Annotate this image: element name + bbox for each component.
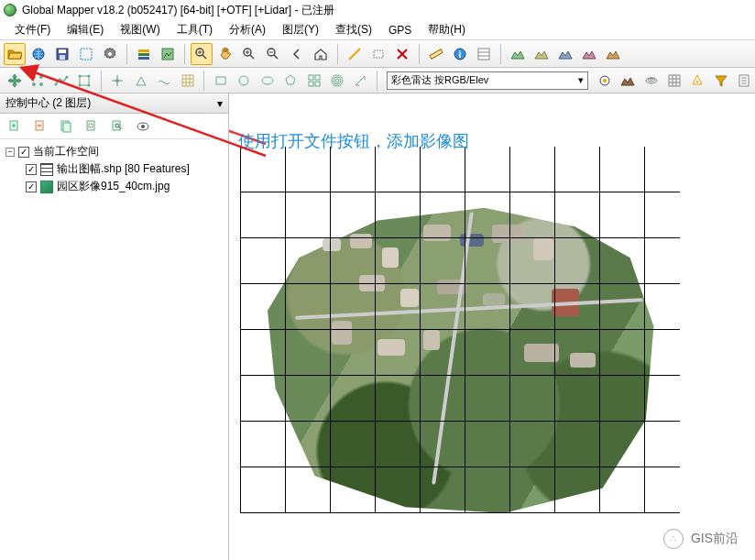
map-button[interactable] xyxy=(157,43,179,65)
svg-rect-2 xyxy=(59,49,66,53)
menu-file[interactable]: 文件(F) xyxy=(7,20,58,39)
menu-help[interactable]: 帮助(H) xyxy=(421,20,473,39)
tree-root[interactable]: − ✓ 当前工作空间 xyxy=(5,143,223,160)
digitize-poly-button[interactable] xyxy=(73,70,94,92)
svg-point-32 xyxy=(54,82,57,85)
back-button[interactable] xyxy=(286,43,308,65)
tree-layer-2[interactable]: ✓ 园区影像915_40cm.jpg xyxy=(5,178,223,195)
layers-button[interactable] xyxy=(133,43,155,65)
select-button[interactable] xyxy=(75,43,97,65)
analysis-grid-button[interactable] xyxy=(663,70,684,92)
draw-rect-button[interactable] xyxy=(367,43,389,65)
shape-grid-button[interactable] xyxy=(303,70,324,92)
menu-tools[interactable]: 工具(T) xyxy=(170,20,220,39)
panel-copy-button[interactable] xyxy=(55,115,77,137)
shape-ellipse-button[interactable] xyxy=(257,70,278,92)
terrain-1-button[interactable] xyxy=(507,43,529,65)
shader-combo-value: 彩色雷达 按RGB/Elev xyxy=(391,73,488,87)
attribute-button[interactable] xyxy=(473,43,495,65)
svg-point-29 xyxy=(39,75,43,79)
terrain-3-button[interactable] xyxy=(554,43,576,65)
edit-trace-button[interactable] xyxy=(153,70,174,92)
digitize-line-button[interactable] xyxy=(50,70,71,92)
watermark-text: GIS前沿 xyxy=(691,531,739,547)
map-canvas[interactable]: 使用打开文件按钮，添加影像图 xyxy=(229,93,755,560)
panel-zoom-button[interactable] xyxy=(106,115,128,137)
menu-layer[interactable]: 图层(Y) xyxy=(275,20,326,39)
svg-point-51 xyxy=(335,79,339,82)
svg-line-15 xyxy=(250,55,254,59)
shape-circle-button[interactable] xyxy=(234,70,255,92)
expander-icon[interactable]: − xyxy=(5,148,15,157)
shape-cogo-button[interactable] xyxy=(350,70,371,92)
svg-point-37 xyxy=(78,83,81,86)
svg-rect-69 xyxy=(87,121,94,130)
svg-point-45 xyxy=(239,76,248,85)
open-file-button[interactable] xyxy=(4,43,26,65)
checkbox[interactable]: ✓ xyxy=(26,164,37,175)
globe-button[interactable] xyxy=(27,43,49,65)
zoom-tool-button[interactable] xyxy=(191,43,213,65)
pan-button[interactable] xyxy=(214,43,236,65)
checkbox[interactable]: ✓ xyxy=(18,147,29,158)
panel-add-button[interactable] xyxy=(4,115,26,137)
digitize-move-button[interactable] xyxy=(4,70,25,92)
shape-rect-button[interactable] xyxy=(210,70,231,92)
analysis-filter-button[interactable] xyxy=(710,70,731,92)
edit-vertex-button[interactable] xyxy=(107,70,128,92)
terrain-4-button[interactable] xyxy=(578,43,600,65)
measure-button[interactable] xyxy=(425,43,447,65)
panel-visibility-button[interactable] xyxy=(132,115,154,137)
digitize-point-button[interactable] xyxy=(27,70,48,92)
analysis-gear-button[interactable] xyxy=(594,70,615,92)
analysis-script-button[interactable] xyxy=(733,70,754,92)
save-button[interactable] xyxy=(51,43,73,65)
info-button[interactable]: i xyxy=(449,43,471,65)
svg-line-11 xyxy=(202,55,206,59)
draw-line-button[interactable] xyxy=(344,43,366,65)
terrain-2-button[interactable] xyxy=(531,43,553,65)
config-button[interactable] xyxy=(99,43,121,65)
panel-select-button[interactable] xyxy=(81,115,103,137)
menu-search[interactable]: 查找(S) xyxy=(328,20,379,39)
shader-combo[interactable]: 彩色雷达 按RGB/Elev ▾ xyxy=(387,71,588,90)
panel-dropdown-icon[interactable]: ▾ xyxy=(217,97,228,110)
checkbox[interactable]: ✓ xyxy=(26,181,37,192)
svg-rect-44 xyxy=(216,77,225,84)
svg-rect-4 xyxy=(81,49,92,60)
menu-edit[interactable]: 编辑(E) xyxy=(60,20,111,39)
panel-remove-button[interactable] xyxy=(29,115,51,137)
svg-point-34 xyxy=(78,74,81,77)
analysis-contour-button[interactable] xyxy=(640,70,662,92)
svg-rect-50 xyxy=(315,82,320,86)
zoom-in-button[interactable] xyxy=(238,43,260,65)
analysis-watershed-button[interactable] xyxy=(687,70,708,92)
delete-button[interactable] xyxy=(391,43,413,65)
home-button[interactable] xyxy=(310,43,332,65)
svg-point-60 xyxy=(696,81,698,82)
svg-rect-7 xyxy=(138,53,149,56)
menubar: 文件(F) 编辑(E) 视图(W) 工具(T) 分析(A) 图层(Y) 查找(S… xyxy=(0,20,755,40)
svg-point-35 xyxy=(87,74,90,77)
analysis-terrain-button[interactable] xyxy=(617,70,638,92)
annotation-text: 使用打开文件按钮，添加影像图 xyxy=(238,130,469,152)
menu-gps[interactable]: GPS xyxy=(381,22,419,38)
title-text: Global Mapper v18.2 (b052417) [64-bit] [… xyxy=(22,3,334,18)
zoom-out-button[interactable] xyxy=(262,43,284,65)
svg-text:i: i xyxy=(459,49,462,60)
tree-layer-1[interactable]: ✓ 输出图幅.shp [80 Features] xyxy=(5,160,223,178)
shape-poly-button[interactable] xyxy=(279,70,301,92)
svg-rect-21 xyxy=(374,50,383,58)
terrain-5-button[interactable] xyxy=(602,43,624,65)
shape-range-button[interactable] xyxy=(326,70,347,92)
map-viewport xyxy=(240,147,680,513)
menu-view[interactable]: 视图(W) xyxy=(113,20,167,39)
grid-overlay xyxy=(240,147,680,513)
edit-shape-button[interactable] xyxy=(130,70,151,92)
svg-line-19 xyxy=(274,55,278,59)
app-icon xyxy=(4,4,16,16)
edit-grid-button[interactable] xyxy=(177,70,198,92)
menu-analyze[interactable]: 分析(A) xyxy=(222,20,273,39)
toolbar-row-2: 彩色雷达 按RGB/Elev ▾ xyxy=(0,68,755,93)
svg-point-5 xyxy=(108,52,112,56)
